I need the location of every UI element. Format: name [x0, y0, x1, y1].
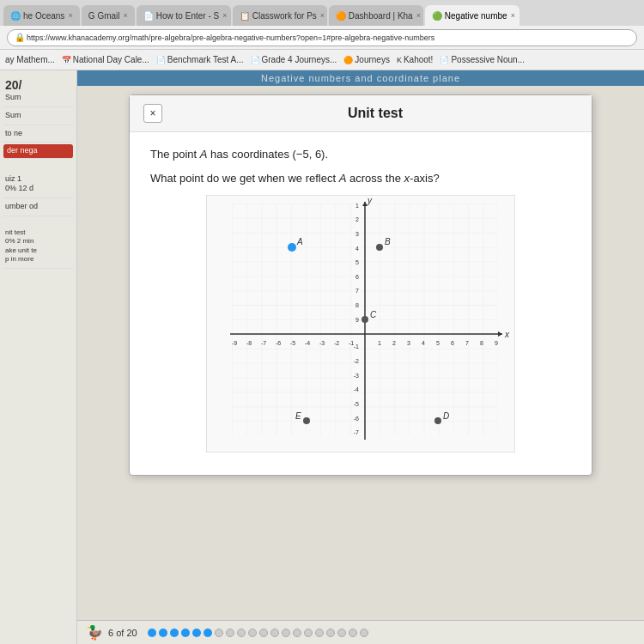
- svg-text:6: 6: [355, 274, 359, 280]
- svg-text:-4: -4: [354, 386, 359, 392]
- svg-text:-3: -3: [319, 340, 325, 346]
- svg-text:3: 3: [407, 340, 410, 346]
- progress-dots: [148, 629, 368, 637]
- address-text: https://www.khanacademy.org/math/pre-alg…: [27, 33, 434, 42]
- svg-text:1: 1: [378, 340, 381, 346]
- svg-text:2: 2: [392, 340, 396, 346]
- tab-classwork-icon: 📋: [240, 11, 250, 21]
- main-content: Negative numbers and coordinate plane × …: [77, 70, 644, 644]
- label-E: E: [295, 411, 301, 421]
- svg-text:8: 8: [480, 340, 483, 346]
- svg-text:-9: -9: [232, 340, 237, 346]
- dot-11: [259, 629, 268, 637]
- dot-6: [204, 629, 212, 637]
- bookmark-kahoot[interactable]: K Kahoot!: [397, 55, 434, 64]
- point-D[interactable]: [434, 417, 441, 424]
- tab-negative[interactable]: 🟢 Negative numbe ×: [425, 5, 519, 26]
- dot-4: [181, 629, 190, 637]
- sidebar-item-unittest[interactable]: nit test 0% 2 min ake unit te p in more: [3, 216, 73, 269]
- bookmark-possessive-icon: 📄: [440, 56, 449, 64]
- sidebar-score: 20/ Sum: [3, 74, 73, 107]
- dot-9: [237, 629, 246, 637]
- dot-18: [337, 629, 346, 637]
- tab-howto-icon: 📄: [143, 11, 154, 21]
- bookmark-nationalday[interactable]: 📅 National Day Cale...: [62, 55, 149, 64]
- svg-text:-7: -7: [354, 429, 359, 435]
- svg-text:5: 5: [436, 340, 440, 346]
- tab-gmail-close[interactable]: ×: [124, 11, 128, 20]
- label-B: B: [385, 237, 391, 246]
- bookmark-journeys[interactable]: 🟠 Journeys: [343, 55, 390, 64]
- dot-17: [326, 629, 335, 637]
- sidebar-item-tone[interactable]: to ne: [3, 125, 73, 143]
- bookmark-math[interactable]: ay Mathem...: [5, 55, 55, 64]
- svg-text:-3: -3: [354, 373, 359, 379]
- sidebar-item-number[interactable]: umber od: [3, 198, 73, 216]
- coordinate-graph: x y -9 -8 -7: [206, 195, 515, 453]
- svg-text:7: 7: [355, 288, 359, 294]
- svg-text:-2: -2: [334, 340, 339, 346]
- modal-overlay: × Unit test The point A has coordinates …: [77, 86, 644, 620]
- svg-text:9: 9: [495, 340, 498, 346]
- point-B[interactable]: [376, 244, 383, 251]
- point-A[interactable]: [288, 243, 296, 252]
- svg-text:8: 8: [355, 302, 359, 308]
- modal-body: The point A has coordinates (−5, 6). Wha…: [130, 132, 592, 475]
- tab-gmail-icon: G: [88, 11, 95, 21]
- svg-text:-1: -1: [354, 343, 359, 349]
- point-E[interactable]: [303, 417, 310, 424]
- address-bar: 🔒 https://www.khanacademy.org/math/pre-a…: [0, 26, 644, 50]
- sidebar-item-sum[interactable]: Sum: [3, 107, 73, 125]
- svg-text:y: y: [367, 196, 373, 205]
- modal-close-button[interactable]: ×: [143, 104, 162, 123]
- dot-13: [282, 629, 290, 637]
- question-line2: What point do we get when we reflect A a…: [150, 170, 571, 187]
- svg-text:-7: -7: [261, 340, 266, 346]
- dot-3: [170, 629, 179, 637]
- svg-text:-8: -8: [246, 340, 252, 346]
- label-C: C: [370, 310, 377, 319]
- progress-label: 6 of 20: [108, 628, 137, 638]
- bookmark-kahoot-icon: K: [397, 56, 402, 64]
- dot-15: [304, 629, 313, 637]
- address-input[interactable]: 🔒 https://www.khanacademy.org/math/pre-a…: [7, 29, 637, 46]
- bookmark-grade4[interactable]: 📄 Grade 4 Journeys...: [251, 55, 337, 64]
- svg-text:1: 1: [355, 203, 359, 209]
- tab-howto[interactable]: 📄 How to Enter - S ×: [137, 5, 231, 26]
- bottom-bar: 🦆 6 of 20: [77, 620, 644, 644]
- graph-container: x y -9 -8 -7: [206, 195, 515, 453]
- tab-negative-close[interactable]: ×: [511, 11, 515, 20]
- dot-16: [315, 629, 324, 637]
- svg-text:-5: -5: [290, 340, 295, 346]
- dot-5: [192, 629, 201, 637]
- tab-bar: 🌐 he Oceans × G Gmail × 📄 How to Enter -…: [0, 0, 644, 26]
- bookmark-possessive[interactable]: 📄 Possessive Noun...: [440, 55, 525, 64]
- tab-howto-close[interactable]: ×: [222, 11, 227, 20]
- svg-text:5: 5: [355, 259, 359, 265]
- tab-dashboard[interactable]: 🟠 Dashboard | Kha ×: [329, 5, 423, 26]
- tab-classwork-close[interactable]: ×: [320, 11, 325, 20]
- svg-text:6: 6: [451, 340, 454, 346]
- label-D: D: [443, 411, 449, 421]
- tab-dashboard-close[interactable]: ×: [416, 11, 421, 20]
- svg-text:2: 2: [355, 216, 359, 222]
- point-C[interactable]: [361, 316, 368, 323]
- bookmark-journeys-icon: 🟠: [343, 56, 353, 64]
- dot-20: [360, 629, 368, 637]
- svg-text:-4: -4: [305, 340, 310, 346]
- svg-text:3: 3: [355, 231, 359, 237]
- svg-text:-2: -2: [354, 358, 359, 364]
- dot-2: [159, 629, 167, 637]
- tab-classwork[interactable]: 📋 Classwork for Ps ×: [233, 5, 327, 26]
- svg-text:-6: -6: [276, 340, 281, 346]
- sidebar-item-quiz[interactable]: uiz 1 0% 12 d: [3, 161, 73, 198]
- browser-frame: 🌐 he Oceans × G Gmail × 📄 How to Enter -…: [0, 0, 644, 644]
- sidebar-item-dernega[interactable]: der nega: [3, 144, 73, 159]
- sidebar: 20/ Sum Sum to ne der nega uiz 1 0% 12 d…: [0, 70, 77, 644]
- bookmark-benchmark[interactable]: 📄 Benchmark Test A...: [156, 55, 244, 64]
- tab-oceans-close[interactable]: ×: [68, 11, 72, 20]
- tab-gmail[interactable]: G Gmail ×: [82, 5, 135, 26]
- page-heading-banner: Negative numbers and coordinate plane: [77, 70, 644, 86]
- dot-12: [270, 629, 279, 637]
- tab-oceans[interactable]: 🌐 he Oceans ×: [3, 5, 80, 26]
